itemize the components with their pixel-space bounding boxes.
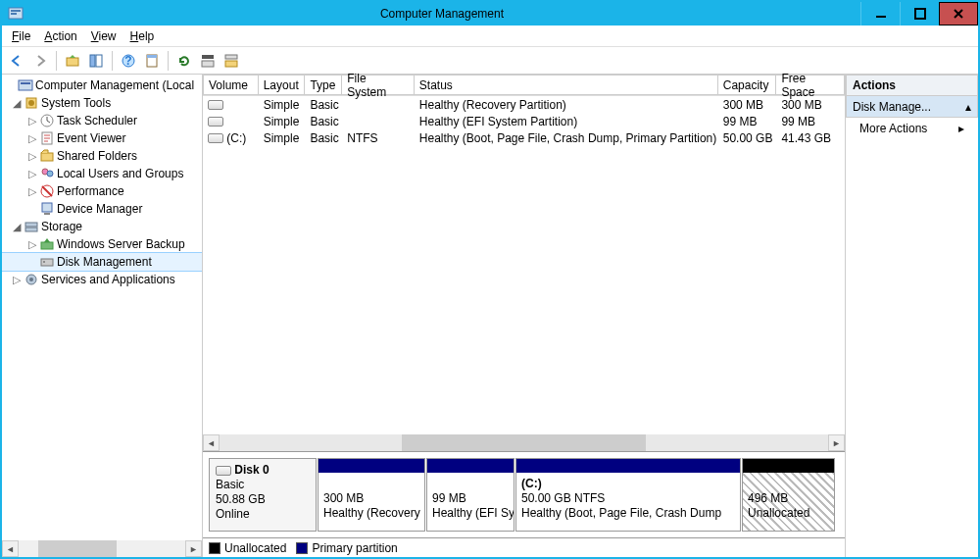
titlebar[interactable]: Computer Management (2, 2, 978, 25)
volume-row[interactable]: (C:) Simple Basic NTFS Healthy (Boot, Pa… (203, 129, 845, 146)
col-capacity[interactable]: Capacity (718, 75, 777, 95)
volume-grid-header: Volume Layout Type File System Status Ca… (203, 75, 845, 96)
up-button[interactable] (62, 50, 83, 72)
svg-rect-29 (25, 228, 37, 231)
properties-button[interactable] (141, 50, 163, 72)
partition-recovery[interactable]: 300 MBHealthy (Recovery (318, 458, 425, 532)
menu-action[interactable]: Action (44, 29, 76, 43)
volume-icon (208, 133, 223, 143)
window-title: Computer Management (24, 7, 860, 21)
tree-root[interactable]: Computer Management (Local (2, 76, 202, 94)
tree-services-apps[interactable]: ▷Services and Applications (2, 271, 202, 288)
forward-button[interactable] (29, 50, 51, 72)
partition-c[interactable]: (C:)50.00 GB NTFSHealthy (Boot, Page Fil… (515, 458, 741, 532)
actions-header: Actions (846, 75, 978, 96)
window-frame: Computer Management File Action View Hel… (0, 0, 980, 559)
col-volume[interactable]: Volume (203, 75, 259, 95)
tree-device-manager[interactable]: Device Manager (2, 200, 202, 218)
refresh-button[interactable] (173, 50, 195, 72)
legend-swatch-primary (296, 542, 308, 554)
svg-rect-30 (41, 242, 53, 249)
actions-pane: Actions Disk Manage... ▴ More Actions ▸ (846, 75, 978, 557)
partition-bar (318, 459, 424, 473)
svg-rect-5 (67, 58, 78, 66)
svg-rect-2 (11, 13, 17, 15)
partition-bar (516, 459, 740, 473)
svg-rect-11 (147, 55, 157, 58)
svg-text:?: ? (124, 54, 131, 68)
content-area: Computer Management (Local ◢System Tools… (2, 75, 978, 557)
scroll-left-button[interactable]: ◄ (203, 434, 220, 451)
collapse-icon: ▴ (965, 100, 971, 114)
partition-efi[interactable]: 99 MBHealthy (EFI Sy (426, 458, 514, 532)
tree-windows-server-backup[interactable]: ▷Windows Server Backup (2, 235, 202, 253)
svg-rect-14 (225, 55, 237, 59)
tree-event-viewer[interactable]: ▷Event Viewer (2, 129, 202, 147)
svg-point-19 (28, 100, 34, 106)
tree-shared-folders[interactable]: ▷Shared Folders (2, 147, 202, 165)
maximize-button[interactable] (900, 2, 939, 25)
svg-rect-16 (19, 80, 32, 90)
legend: Unallocated Primary partition (203, 537, 845, 557)
svg-rect-1 (11, 10, 21, 12)
legend-swatch-unallocated (209, 542, 220, 554)
partition-bar (743, 459, 834, 473)
volume-horizontal-scrollbar[interactable]: ◄ ► (203, 434, 845, 451)
col-freespace[interactable]: Free Space (776, 75, 845, 95)
svg-rect-7 (96, 55, 102, 67)
tree-horizontal-scrollbar[interactable]: ◄ ► (2, 540, 202, 557)
menu-bar: File Action View Help (2, 25, 978, 47)
col-filesystem[interactable]: File System (342, 75, 415, 95)
svg-rect-4 (915, 9, 925, 19)
tree-performance[interactable]: ▷Performance (2, 182, 202, 200)
tree-disk-management[interactable]: Disk Management (2, 253, 202, 271)
scroll-thumb[interactable] (38, 540, 117, 557)
svg-rect-15 (225, 61, 237, 67)
disk-row[interactable]: Disk 0 Basic 50.88 GB Online 300 MBHealt… (209, 458, 839, 532)
legend-label: Unallocated (224, 541, 286, 555)
disk-icon (216, 466, 231, 476)
actions-more[interactable]: More Actions ▸ (846, 118, 978, 139)
volume-icon (208, 100, 223, 110)
tree-pane[interactable]: Computer Management (Local ◢System Tools… (2, 75, 203, 557)
svg-rect-3 (876, 16, 886, 18)
tree-local-users[interactable]: ▷Local Users and Groups (2, 165, 202, 182)
svg-point-34 (29, 278, 33, 281)
tree-storage[interactable]: ◢Storage (2, 218, 202, 235)
menu-help[interactable]: Help (130, 29, 155, 43)
svg-rect-13 (202, 55, 214, 59)
help-button[interactable]: ? (118, 50, 139, 72)
svg-rect-31 (41, 259, 53, 266)
actions-selected[interactable]: Disk Manage... ▴ (846, 96, 978, 118)
minimize-button[interactable] (860, 2, 900, 25)
back-button[interactable] (6, 50, 27, 72)
svg-rect-22 (41, 153, 53, 161)
svg-rect-28 (25, 223, 37, 227)
app-icon (8, 6, 24, 22)
disk-header[interactable]: Disk 0 Basic 50.88 GB Online (209, 458, 317, 532)
volume-grid-rows: Simple Basic Healthy (Recovery Partition… (203, 96, 845, 146)
settings-bottom-button[interactable] (220, 50, 242, 72)
scroll-right-button[interactable]: ► (185, 540, 202, 557)
menu-view[interactable]: View (91, 29, 117, 43)
col-status[interactable]: Status (415, 75, 718, 95)
scroll-right-button[interactable]: ► (828, 434, 845, 451)
scroll-left-button[interactable]: ◄ (2, 540, 19, 557)
settings-top-button[interactable] (197, 50, 219, 72)
svg-rect-6 (90, 55, 95, 67)
partition-unallocated[interactable]: 496 MBUnallocated (742, 458, 835, 532)
volume-row[interactable]: Simple Basic Healthy (Recovery Partition… (203, 96, 845, 113)
tree-task-scheduler[interactable]: ▷Task Scheduler (2, 112, 202, 129)
legend-label: Primary partition (312, 541, 397, 555)
col-type[interactable]: Type (305, 75, 342, 95)
close-button[interactable] (939, 2, 978, 25)
volume-row[interactable]: Simple Basic Healthy (EFI System Partiti… (203, 113, 845, 129)
disk-graphic-area: Disk 0 Basic 50.88 GB Online 300 MBHealt… (203, 451, 845, 537)
svg-rect-12 (202, 61, 214, 67)
scroll-thumb[interactable] (402, 434, 645, 451)
chevron-right-icon: ▸ (958, 122, 964, 135)
col-layout[interactable]: Layout (259, 75, 306, 95)
show-hide-tree-button[interactable] (85, 50, 107, 72)
tree-system-tools[interactable]: ◢System Tools (2, 94, 202, 112)
menu-file[interactable]: File (12, 29, 30, 43)
